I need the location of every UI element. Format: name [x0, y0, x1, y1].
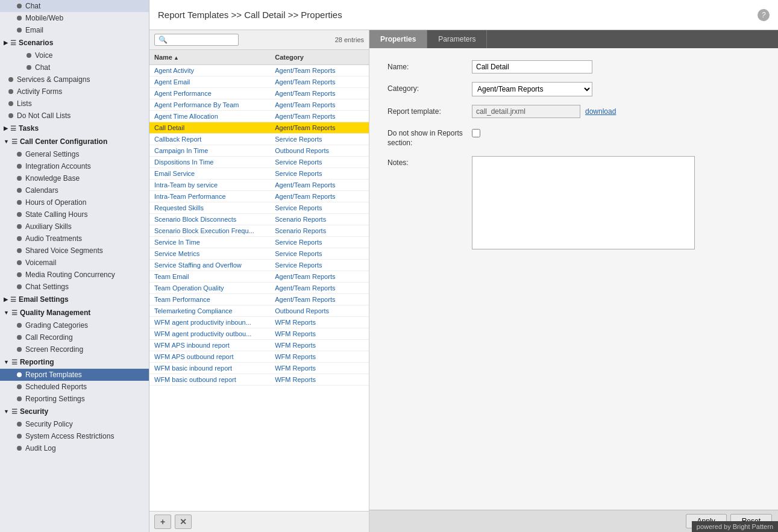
sidebar-item-services-&-campaigns[interactable]: Services & Campaigns	[0, 74, 149, 86]
breadcrumb: Report Templates >> Call Detail >> Prope…	[158, 10, 342, 20]
sidebar-item-media-routing-concurrency[interactable]: Media Routing Concurrency	[0, 269, 149, 281]
notes-textarea[interactable]	[472, 156, 695, 249]
bullet-icon	[17, 260, 22, 265]
row-name: Scenario Block Disconnects	[149, 214, 270, 225]
sidebar-item-label: Calendars	[25, 186, 58, 195]
list-row[interactable]: Service Metrics Service Reports	[149, 248, 369, 260]
list-row[interactable]: Service Staffing and Overflow Service Re…	[149, 260, 369, 271]
list-footer: + ✕	[149, 511, 369, 532]
bullet-icon	[17, 323, 22, 328]
do-not-show-checkbox[interactable]	[472, 129, 480, 137]
list-row[interactable]: Telemarketing Compliance Outbound Report…	[149, 305, 369, 317]
sidebar-item-do-not-call-lists[interactable]: Do Not Call Lists	[0, 110, 149, 122]
add-button[interactable]: +	[154, 515, 171, 529]
sidebar-item-chat[interactable]: Chat	[0, 61, 149, 74]
search-input[interactable]	[170, 36, 234, 44]
report-template-input[interactable]	[472, 105, 580, 118]
sidebar-item-state-calling-hours[interactable]: State Calling Hours	[0, 208, 149, 221]
delete-button[interactable]: ✕	[175, 515, 192, 529]
sidebar-item-hours-of-operation[interactable]: Hours of Operation	[0, 196, 149, 208]
sidebar-item-label: Scheduled Reports	[25, 383, 87, 391]
name-input[interactable]	[472, 60, 592, 74]
list-row[interactable]: Email Service Service Reports	[149, 168, 369, 180]
sidebar-item-mobile/web[interactable]: Mobile/Web	[0, 12, 149, 24]
list-row[interactable]: Team Email Agent/Team Reports	[149, 271, 369, 283]
list-row[interactable]: WFM APS inbound report WFM Reports	[149, 340, 369, 351]
list-row[interactable]: Requested Skills Service Reports	[149, 202, 369, 214]
list-row[interactable]: Intra-Team by service Agent/Team Reports	[149, 180, 369, 191]
tab-properties[interactable]: Properties	[369, 30, 427, 48]
sidebar-item-shared-voice-segments[interactable]: Shared Voice Segments	[0, 245, 149, 257]
list-row[interactable]: Call Detail Agent/Team Reports	[149, 122, 369, 134]
sidebar-group-scenarios[interactable]: ▶ ☰ Scenarios	[0, 36, 149, 49]
list-row[interactable]: WFM agent productivity outbou... WFM Rep…	[149, 328, 369, 340]
download-link[interactable]: download	[585, 107, 616, 116]
sidebar-item-audit-log[interactable]: Audit Log	[0, 442, 149, 454]
bullet-icon	[17, 224, 22, 229]
sidebar-group-email-settings[interactable]: ▶ ☰ Email Settings	[0, 293, 149, 306]
sidebar-item-system-access-restrictions[interactable]: System Access Restrictions	[0, 430, 149, 442]
bullet-icon	[17, 152, 22, 157]
category-select[interactable]: Agent/Team Reports	[472, 82, 592, 96]
sidebar-group-quality-management[interactable]: ▼ ☰ Quality Management	[0, 306, 149, 319]
sidebar-item-scheduled-reports[interactable]: Scheduled Reports	[0, 381, 149, 393]
list-row[interactable]: Scenario Block Disconnects Scenario Repo…	[149, 214, 369, 225]
bullet-icon	[17, 164, 22, 169]
sidebar-item-label: State Calling Hours	[25, 210, 87, 219]
list-row[interactable]: WFM agent productivity inboun... WFM Rep…	[149, 317, 369, 328]
sidebar-item-screen-recording[interactable]: Screen Recording	[0, 343, 149, 355]
list-row[interactable]: Team Performance Agent/Team Reports	[149, 294, 369, 305]
list-row[interactable]: Intra-Team Performance Agent/Team Report…	[149, 191, 369, 202]
sidebar-item-report-templates[interactable]: Report Templates	[0, 369, 149, 381]
list-row[interactable]: Agent Email Agent/Team Reports	[149, 77, 369, 88]
list-row[interactable]: WFM basic outbound report WFM Reports	[149, 374, 369, 386]
sidebar-item-chat[interactable]: Chat	[0, 0, 149, 12]
list-row[interactable]: Scenario Block Execution Frequ... Scenar…	[149, 225, 369, 237]
sidebar-group-reporting[interactable]: ▼ ☰ Reporting	[0, 355, 149, 369]
sidebar-item-label: System Access Restrictions	[25, 432, 114, 440]
sidebar-group-tasks[interactable]: ▶ ☰ Tasks	[0, 122, 149, 135]
sidebar-item-voice[interactable]: Voice	[0, 49, 149, 61]
sidebar-item-voicemail[interactable]: Voicemail	[0, 257, 149, 269]
sidebar-item-activity-forms[interactable]: Activity Forms	[0, 86, 149, 98]
sidebar-item-chat-settings[interactable]: Chat Settings	[0, 281, 149, 293]
group-label: Security	[20, 407, 48, 416]
sidebar-item-call-recording[interactable]: Call Recording	[0, 331, 149, 343]
row-name: Service Staffing and Overflow	[149, 260, 270, 271]
sidebar-item-reporting-settings[interactable]: Reporting Settings	[0, 393, 149, 405]
sidebar-item-label: Email	[25, 26, 43, 34]
sidebar-item-security-policy[interactable]: Security Policy	[0, 418, 149, 430]
list-row[interactable]: Callback Report Service Reports	[149, 134, 369, 145]
sidebar-item-general-settings[interactable]: General Settings	[0, 148, 149, 160]
list-row[interactable]: Team Operation Quality Agent/Team Report…	[149, 283, 369, 294]
help-icon[interactable]: ?	[758, 9, 770, 21]
sidebar-item-auxiliary-skills[interactable]: Auxiliary Skills	[0, 221, 149, 233]
sidebar-group-security[interactable]: ▼ ☰ Security	[0, 405, 149, 418]
sidebar-item-label: Voice	[35, 51, 52, 60]
sidebar-item-knowledge-base[interactable]: Knowledge Base	[0, 172, 149, 184]
tab-parameters[interactable]: Parameters	[427, 30, 487, 48]
sidebar-item-integration-accounts[interactable]: Integration Accounts	[0, 160, 149, 172]
notes-label: Notes:	[387, 156, 472, 167]
list-row[interactable]: Agent Performance By Team Agent/Team Rep…	[149, 99, 369, 111]
sidebar-item-lists[interactable]: Lists	[0, 98, 149, 110]
col-header-name[interactable]: Name▲	[149, 52, 270, 62]
sidebar-group-call-center-configuration[interactable]: ▼ ☰ Call Center Configuration	[0, 135, 149, 148]
list-row[interactable]: Dispositions In Time Service Reports	[149, 157, 369, 168]
list-row[interactable]: Agent Time Allocation Agent/Team Reports	[149, 111, 369, 122]
bullet-icon	[17, 16, 22, 20]
sidebar-item-email[interactable]: Email	[0, 24, 149, 36]
list-row[interactable]: Service In Time Service Reports	[149, 237, 369, 248]
list-row[interactable]: Agent Activity Agent/Team Reports	[149, 65, 369, 77]
search-box[interactable]: 🔍	[154, 34, 239, 46]
row-name: Agent Activity	[149, 65, 270, 76]
list-row[interactable]: WFM basic inbound report WFM Reports	[149, 363, 369, 374]
list-row[interactable]: WFM APS outbound report WFM Reports	[149, 351, 369, 363]
sidebar-item-audio-treatments[interactable]: Audio Treatments	[0, 233, 149, 245]
sidebar-item-calendars[interactable]: Calendars	[0, 184, 149, 196]
sidebar-item-grading-categories[interactable]: Grading Categories	[0, 319, 149, 331]
row-category: WFM Reports	[270, 317, 369, 328]
list-row[interactable]: Campaign In Time Outbound Reports	[149, 145, 369, 157]
row-name: WFM agent productivity outbou...	[149, 328, 270, 339]
list-row[interactable]: Agent Performance Agent/Team Reports	[149, 88, 369, 99]
